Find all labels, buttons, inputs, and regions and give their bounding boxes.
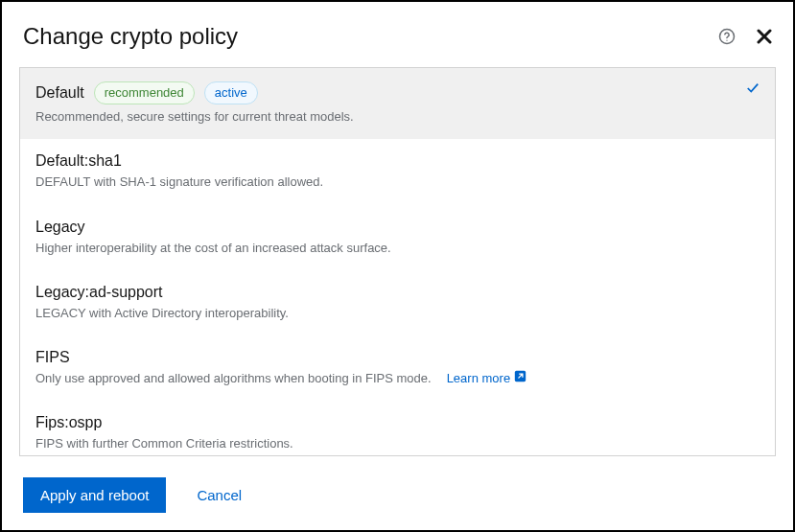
policy-name: FIPS xyxy=(35,349,70,366)
cancel-button[interactable]: Cancel xyxy=(181,477,257,513)
dialog-header: Change crypto policy xyxy=(19,23,776,50)
policy-item-fips[interactable]: FIPS Only use approved and allowed algor… xyxy=(20,335,775,401)
policy-description: DEFAULT with SHA-1 signature verificatio… xyxy=(35,173,760,191)
check-icon xyxy=(746,81,760,99)
policy-description: Recommended, secure settings for current… xyxy=(35,108,760,126)
learn-more-text: Learn more xyxy=(447,370,510,387)
svg-point-0 xyxy=(720,30,735,44)
policy-name: Legacy xyxy=(35,219,85,236)
apply-and-reboot-button[interactable]: Apply and reboot xyxy=(23,477,166,513)
policy-item-default[interactable]: Default recommended active Recommended, … xyxy=(20,68,775,139)
policy-name: Legacy:ad-support xyxy=(35,284,163,301)
dialog-title: Change crypto policy xyxy=(23,23,238,50)
close-icon[interactable] xyxy=(757,29,772,44)
policy-description: LEGACY with Active Directory interoperab… xyxy=(35,305,760,322)
header-icons xyxy=(718,28,772,45)
policy-description: FIPS with further Common Criteria restri… xyxy=(35,435,760,452)
policy-item-legacy[interactable]: Legacy Higher interoperability at the co… xyxy=(20,205,775,270)
policy-item-fips-ospp[interactable]: Fips:ospp FIPS with further Common Crite… xyxy=(20,401,775,456)
policy-description: Higher interoperability at the cost of a… xyxy=(35,240,760,257)
svg-point-1 xyxy=(726,40,727,41)
dialog-footer: Apply and reboot Cancel xyxy=(19,477,776,513)
help-icon[interactable] xyxy=(718,28,736,45)
policy-name: Default xyxy=(35,84,84,102)
policy-description: Only use approved and allowed algorithms… xyxy=(35,370,760,387)
external-link-icon xyxy=(514,370,526,387)
policy-name: Default:sha1 xyxy=(35,152,122,170)
badge-recommended: recommended xyxy=(94,81,195,104)
badge-active: active xyxy=(204,81,258,104)
policy-item-legacy-ad-support[interactable]: Legacy:ad-support LEGACY with Active Dir… xyxy=(20,270,775,335)
learn-more-link[interactable]: Learn more xyxy=(447,370,526,387)
policy-name: Fips:ospp xyxy=(35,414,102,431)
policy-list[interactable]: Default recommended active Recommended, … xyxy=(19,67,776,456)
policy-item-default-sha1[interactable]: Default:sha1 DEFAULT with SHA-1 signatur… xyxy=(20,139,775,204)
policy-description-text: Only use approved and allowed algorithms… xyxy=(35,370,432,387)
